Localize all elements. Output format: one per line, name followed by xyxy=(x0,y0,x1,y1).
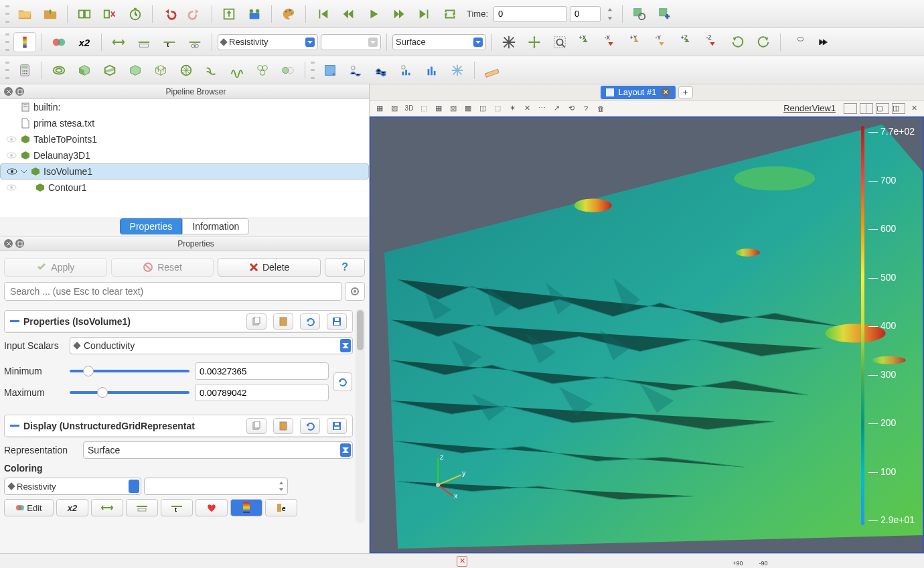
toolbar-overflow-button[interactable] xyxy=(812,32,834,52)
pipeline-item[interactable]: Delaunay3D1 xyxy=(0,147,369,163)
representation-select[interactable]: Surface xyxy=(392,34,486,50)
visibility-eye-icon[interactable] xyxy=(5,182,17,194)
save-section-button[interactable] xyxy=(327,313,347,330)
pipeline-builtin[interactable]: builtin: xyxy=(0,99,369,115)
scrollbar[interactable] xyxy=(356,309,365,523)
split-vertical-button[interactable] xyxy=(860,103,873,114)
clip-button[interactable] xyxy=(73,60,96,80)
restore-button[interactable]: ◫ xyxy=(892,103,905,114)
tree-collapse-icon[interactable] xyxy=(21,168,27,175)
extract-grid-button[interactable] xyxy=(149,60,172,80)
reset-camera-button[interactable] xyxy=(497,32,520,52)
scalar-bar-toggle[interactable] xyxy=(230,499,262,516)
reset-section-button[interactable] xyxy=(300,418,320,434)
last-frame-button[interactable] xyxy=(413,4,436,24)
pipeline-item[interactable]: Contour1 xyxy=(0,180,369,196)
rescale-range-button[interactable] xyxy=(107,32,130,52)
properties-search-input[interactable] xyxy=(4,282,342,301)
threshold-button[interactable] xyxy=(124,60,147,80)
save-state-button[interactable] xyxy=(39,4,62,24)
ruler-button[interactable] xyxy=(480,60,503,80)
render-tool-icon[interactable]: ✕ xyxy=(521,102,533,115)
rescale-custom-button[interactable] xyxy=(133,32,155,52)
visibility-eye-icon[interactable] xyxy=(6,165,18,178)
view-zplus-button[interactable]: +Z xyxy=(676,32,698,52)
view-xplus-button[interactable]: +X xyxy=(574,32,597,52)
apply-button[interactable]: Apply xyxy=(4,258,107,277)
color-by-select[interactable]: Resistivity xyxy=(218,34,318,50)
rescale-custom-mini-button[interactable] xyxy=(126,499,158,516)
disconnect-button[interactable] xyxy=(98,4,121,24)
pick-center-button[interactable] xyxy=(786,32,809,52)
timer-button[interactable] xyxy=(124,4,147,24)
pipeline-item[interactable]: TableToPoints1 xyxy=(0,131,369,147)
save-section-button[interactable] xyxy=(327,418,347,434)
toolbar-grip[interactable] xyxy=(5,5,9,23)
panel-close-icon[interactable] xyxy=(4,87,13,96)
toolbar-grip[interactable] xyxy=(5,62,9,79)
find-data-button[interactable] xyxy=(628,4,651,24)
rotate-minus90-button[interactable]: -90 xyxy=(752,32,775,52)
copy-button[interactable] xyxy=(246,313,266,330)
view-zminus-button[interactable]: -Z xyxy=(701,32,724,52)
render-tool-icon[interactable]: ▩ xyxy=(462,102,474,115)
status-close-button[interactable]: ✕ xyxy=(457,556,467,567)
pipeline-tree[interactable]: builtin: prima stesa.txt TableToPoints1 … xyxy=(0,99,369,217)
reset-section-button[interactable] xyxy=(300,313,320,330)
render-view[interactable]: z y x 7.7e+02700600 500400300 2001002.9e… xyxy=(370,117,924,553)
panel-undock-icon[interactable] xyxy=(15,239,24,248)
snowflake-button[interactable] xyxy=(446,60,469,80)
panel-close-icon[interactable] xyxy=(4,239,13,248)
view-yplus-button[interactable]: +Y xyxy=(625,32,647,52)
plot-data-button[interactable] xyxy=(420,60,443,80)
input-scalars-select[interactable]: Conductivity xyxy=(70,337,353,354)
stream-tracer-button[interactable] xyxy=(200,60,223,80)
pipeline-item-selected[interactable]: IsoVolume1 xyxy=(0,163,369,180)
toolbar-grip[interactable] xyxy=(5,33,9,51)
render-tool-icon[interactable]: ▦ xyxy=(433,102,445,115)
loop-button[interactable] xyxy=(439,4,461,24)
spreadsheet-button[interactable] xyxy=(370,60,392,80)
maximum-input[interactable] xyxy=(195,384,329,401)
calculator-button[interactable] xyxy=(13,60,36,80)
visibility-eye-icon[interactable] xyxy=(5,149,17,161)
animation-view-button[interactable] xyxy=(344,60,367,80)
next-frame-button[interactable] xyxy=(388,4,410,24)
slice-button[interactable] xyxy=(98,60,121,80)
layout-tab[interactable]: Layout #1 ✕ xyxy=(601,86,675,99)
collapse-icon[interactable] xyxy=(10,319,19,324)
use-separate-button[interactable]: e xyxy=(265,499,297,516)
render-tool-icon[interactable]: 🗑 xyxy=(595,102,607,115)
tab-properties[interactable]: Properties xyxy=(120,218,183,234)
coloring-select[interactable]: Resistivity xyxy=(4,478,141,495)
advanced-toggle-button[interactable] xyxy=(345,282,365,301)
color-palette-button[interactable] xyxy=(277,4,300,24)
load-state-button[interactable] xyxy=(218,4,240,24)
copy-button[interactable] xyxy=(246,418,266,434)
glyph-button[interactable] xyxy=(175,60,198,80)
view-xminus-button[interactable]: -X xyxy=(599,32,622,52)
color-legend[interactable]: 7.7e+02700600 500400300 2001002.9e+01 Re… xyxy=(861,126,915,525)
tab-information[interactable]: Information xyxy=(182,218,249,234)
rescale-temporal-mini-button[interactable]: t xyxy=(161,499,193,516)
minimum-input[interactable] xyxy=(195,362,329,380)
new-layout-button[interactable]: + xyxy=(678,86,693,98)
open-file-button[interactable] xyxy=(13,4,36,24)
split-horizontal-button[interactable] xyxy=(844,103,857,114)
histogram-button[interactable] xyxy=(395,60,418,80)
panel-undock-icon[interactable] xyxy=(15,87,24,96)
render-tool-icon[interactable]: ⬚ xyxy=(491,102,504,115)
render-tool-icon[interactable]: ▨ xyxy=(388,102,400,115)
selection-display-button[interactable] xyxy=(319,60,341,80)
coloring-component-select[interactable] xyxy=(144,478,288,495)
warp-button[interactable] xyxy=(226,60,248,80)
extract-level-button[interactable] xyxy=(277,60,299,80)
connect-button[interactable] xyxy=(73,4,96,24)
contour-button[interactable] xyxy=(48,60,70,80)
edit-colormap-button[interactable]: Edit xyxy=(4,499,54,516)
find-data-add-button[interactable] xyxy=(653,4,676,24)
rotate-plus90-button[interactable]: +90 xyxy=(726,32,749,52)
separate-color-map-button[interactable]: x2 xyxy=(73,32,96,52)
representation-prop-select[interactable]: Surface xyxy=(83,441,353,459)
fetch-button[interactable] xyxy=(243,4,266,24)
